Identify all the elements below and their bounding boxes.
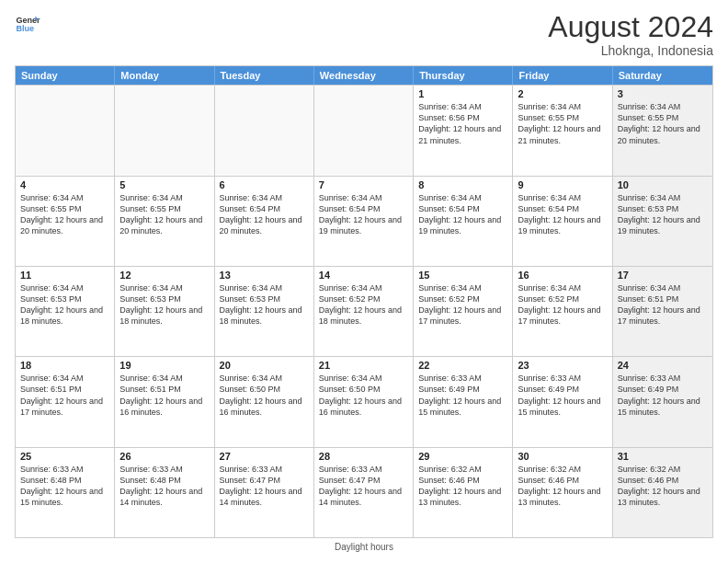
calendar-cell: 12Sunrise: 6:34 AMSunset: 6:53 PMDayligh… [115,267,214,356]
calendar-cell: 13Sunrise: 6:34 AMSunset: 6:53 PMDayligh… [215,267,314,356]
calendar-cell: 29Sunrise: 6:32 AMSunset: 6:46 PMDayligh… [414,448,513,537]
calendar-cell [16,86,115,175]
day-number: 26 [119,451,209,462]
day-number: 8 [418,179,507,190]
footer-note: Daylight hours [15,542,713,552]
calendar-cell: 20Sunrise: 6:34 AMSunset: 6:50 PMDayligh… [215,357,314,446]
calendar-cell: 26Sunrise: 6:33 AMSunset: 6:48 PMDayligh… [115,448,214,537]
page: General Blue August 2024 Lhoknga, Indone… [0,0,728,563]
calendar-body: 1Sunrise: 6:34 AMSunset: 6:56 PMDaylight… [16,85,712,537]
calendar-cell: 22Sunrise: 6:33 AMSunset: 6:49 PMDayligh… [414,357,513,446]
calendar-cell: 8Sunrise: 6:34 AMSunset: 6:54 PMDaylight… [414,177,513,266]
cell-info: Sunrise: 6:34 AMSunset: 6:51 PMDaylight:… [20,373,109,418]
cell-info: Sunrise: 6:32 AMSunset: 6:46 PMDaylight:… [518,464,607,509]
day-number: 16 [518,270,607,281]
day-of-week-header: Friday [513,66,612,85]
day-number: 11 [20,270,109,281]
cell-info: Sunrise: 6:33 AMSunset: 6:48 PMDaylight:… [119,464,209,509]
calendar-cell: 24Sunrise: 6:33 AMSunset: 6:49 PMDayligh… [613,357,712,446]
cell-info: Sunrise: 6:33 AMSunset: 6:49 PMDaylight:… [518,373,607,418]
calendar-header: SundayMondayTuesdayWednesdayThursdayFrid… [16,66,712,85]
logo-icon: General Blue [15,11,40,37]
day-number: 27 [220,451,309,462]
day-number: 5 [119,179,209,190]
calendar-cell: 6Sunrise: 6:34 AMSunset: 6:54 PMDaylight… [215,177,314,266]
calendar-cell: 2Sunrise: 6:34 AMSunset: 6:55 PMDaylight… [513,86,612,175]
calendar-cell: 5Sunrise: 6:34 AMSunset: 6:55 PMDaylight… [115,177,214,266]
calendar-cell: 28Sunrise: 6:33 AMSunset: 6:47 PMDayligh… [314,448,414,537]
day-of-week-header: Sunday [16,66,115,85]
day-number: 25 [20,451,109,462]
day-number: 20 [220,360,309,371]
calendar-cell [314,86,414,175]
cell-info: Sunrise: 6:34 AMSunset: 6:55 PMDaylight:… [20,192,109,237]
cell-info: Sunrise: 6:34 AMSunset: 6:54 PMDaylight:… [518,192,607,237]
day-number: 13 [220,270,309,281]
day-number: 31 [618,451,708,462]
cell-info: Sunrise: 6:34 AMSunset: 6:54 PMDaylight:… [319,192,408,237]
calendar-cell: 25Sunrise: 6:33 AMSunset: 6:48 PMDayligh… [16,448,115,537]
calendar-cell: 17Sunrise: 6:34 AMSunset: 6:51 PMDayligh… [613,267,712,356]
cell-info: Sunrise: 6:33 AMSunset: 6:47 PMDaylight:… [319,464,408,509]
calendar-cell: 27Sunrise: 6:33 AMSunset: 6:47 PMDayligh… [215,448,314,537]
day-number: 7 [319,179,408,190]
day-number: 10 [618,179,708,190]
day-number: 28 [319,451,408,462]
calendar-cell: 11Sunrise: 6:34 AMSunset: 6:53 PMDayligh… [16,267,115,356]
cell-info: Sunrise: 6:33 AMSunset: 6:47 PMDaylight:… [220,464,309,509]
cell-info: Sunrise: 6:34 AMSunset: 6:52 PMDaylight:… [518,282,607,327]
day-number: 3 [618,88,708,99]
calendar-cell: 4Sunrise: 6:34 AMSunset: 6:55 PMDaylight… [16,177,115,266]
calendar-week: 4Sunrise: 6:34 AMSunset: 6:55 PMDaylight… [16,176,712,266]
day-number: 1 [418,88,507,99]
calendar-cell: 14Sunrise: 6:34 AMSunset: 6:52 PMDayligh… [314,267,414,356]
day-number: 24 [618,360,708,371]
cell-info: Sunrise: 6:34 AMSunset: 6:51 PMDaylight:… [119,373,209,418]
title-block: August 2024 Lhoknga, Indonesia [548,11,713,58]
day-number: 22 [418,360,507,371]
cell-info: Sunrise: 6:34 AMSunset: 6:50 PMDaylight:… [319,373,408,418]
calendar-cell: 16Sunrise: 6:34 AMSunset: 6:52 PMDayligh… [513,267,612,356]
day-number: 19 [119,360,209,371]
month-year: August 2024 [548,11,713,43]
calendar-cell: 1Sunrise: 6:34 AMSunset: 6:56 PMDaylight… [414,86,513,175]
cell-info: Sunrise: 6:34 AMSunset: 6:55 PMDaylight:… [119,192,209,237]
cell-info: Sunrise: 6:34 AMSunset: 6:50 PMDaylight:… [220,373,309,418]
day-number: 15 [418,270,507,281]
cell-info: Sunrise: 6:34 AMSunset: 6:54 PMDaylight:… [418,192,507,237]
calendar-cell [215,86,314,175]
cell-info: Sunrise: 6:33 AMSunset: 6:49 PMDaylight:… [418,373,507,418]
calendar-week: 18Sunrise: 6:34 AMSunset: 6:51 PMDayligh… [16,356,712,446]
day-number: 29 [418,451,507,462]
day-of-week-header: Wednesday [314,66,414,85]
cell-info: Sunrise: 6:34 AMSunset: 6:51 PMDaylight:… [618,282,708,327]
cell-info: Sunrise: 6:34 AMSunset: 6:53 PMDaylight:… [618,192,708,237]
day-of-week-header: Saturday [613,66,712,85]
day-number: 14 [319,270,408,281]
day-of-week-header: Monday [115,66,214,85]
day-number: 18 [20,360,109,371]
cell-info: Sunrise: 6:34 AMSunset: 6:55 PMDaylight:… [618,101,708,146]
cell-info: Sunrise: 6:32 AMSunset: 6:46 PMDaylight:… [618,464,708,509]
day-number: 17 [618,270,708,281]
calendar-cell [115,86,214,175]
calendar-week: 25Sunrise: 6:33 AMSunset: 6:48 PMDayligh… [16,447,712,537]
header: General Blue August 2024 Lhoknga, Indone… [15,11,713,58]
cell-info: Sunrise: 6:34 AMSunset: 6:53 PMDaylight:… [220,282,309,327]
calendar-cell: 19Sunrise: 6:34 AMSunset: 6:51 PMDayligh… [115,357,214,446]
cell-info: Sunrise: 6:34 AMSunset: 6:52 PMDaylight:… [319,282,408,327]
cell-info: Sunrise: 6:34 AMSunset: 6:54 PMDaylight:… [220,192,309,237]
day-number: 6 [220,179,309,190]
calendar-week: 11Sunrise: 6:34 AMSunset: 6:53 PMDayligh… [16,266,712,356]
cell-info: Sunrise: 6:34 AMSunset: 6:53 PMDaylight:… [20,282,109,327]
day-number: 2 [518,88,607,99]
cell-info: Sunrise: 6:34 AMSunset: 6:52 PMDaylight:… [418,282,507,327]
day-of-week-header: Tuesday [215,66,314,85]
day-of-week-header: Thursday [414,66,513,85]
day-number: 30 [518,451,607,462]
cell-info: Sunrise: 6:34 AMSunset: 6:55 PMDaylight:… [518,101,607,146]
cell-info: Sunrise: 6:33 AMSunset: 6:49 PMDaylight:… [618,373,708,418]
calendar-cell: 9Sunrise: 6:34 AMSunset: 6:54 PMDaylight… [513,177,612,266]
cell-info: Sunrise: 6:34 AMSunset: 6:53 PMDaylight:… [119,282,209,327]
calendar-cell: 30Sunrise: 6:32 AMSunset: 6:46 PMDayligh… [513,448,612,537]
